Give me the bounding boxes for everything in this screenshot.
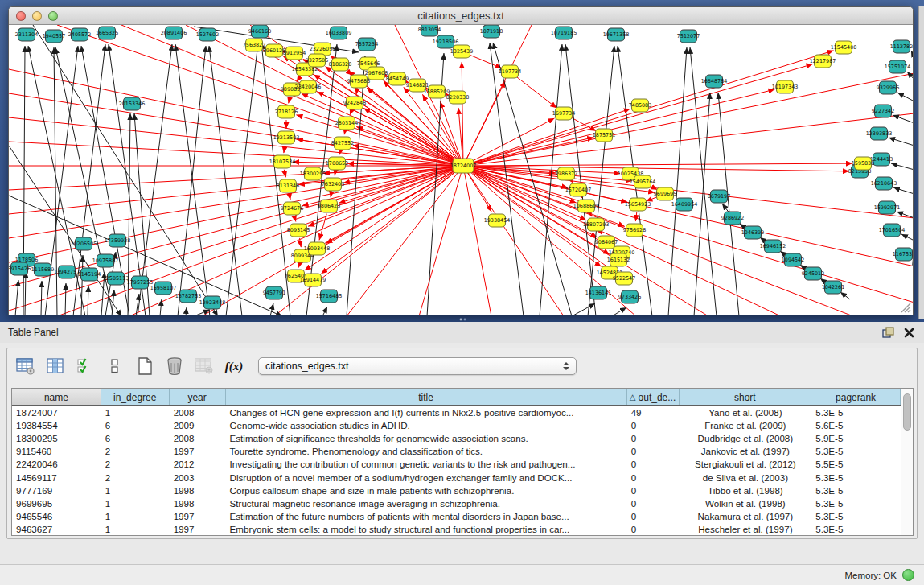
graph-node[interactable]: 15716485 xyxy=(316,290,343,303)
graph-node[interactable]: 10197343 xyxy=(772,80,799,93)
new-column-icon[interactable] xyxy=(134,356,155,377)
graph-node[interactable]: 12393833 xyxy=(866,127,893,140)
window-resize-grip[interactable] xyxy=(898,300,911,313)
row-height-icon[interactable] xyxy=(105,356,125,377)
scrollbar-thumb[interactable] xyxy=(903,393,911,431)
graph-node[interactable]: 1071918 xyxy=(480,25,503,38)
graph-node[interactable]: 1167533 xyxy=(893,248,913,261)
graph-node[interactable]: 1940557 xyxy=(43,30,65,43)
table-row[interactable]: 1872400712008Changes of HCN gene express… xyxy=(12,406,901,418)
table-row[interactable]: 946554611997Estimation of the future num… xyxy=(12,510,901,523)
graph-node[interactable]: 9522547 xyxy=(613,272,635,285)
table-row[interactable]: 977716911998Corpus callosum shape and si… xyxy=(12,484,901,496)
graph-node[interactable]: 2967608 xyxy=(365,67,388,80)
graph-node[interactable]: 12213503 xyxy=(273,131,300,144)
graph-node[interactable]: 7986372 xyxy=(555,167,577,180)
graph-node[interactable]: 9245012 xyxy=(802,267,824,280)
graph-node[interactable]: 15751074 xyxy=(885,60,911,73)
graph-node[interactable]: 16958107 xyxy=(150,282,177,295)
graph-node[interactable]: 7857234 xyxy=(355,38,378,51)
column-header-pagerank[interactable]: pagerank xyxy=(811,389,901,405)
graph-node[interactable]: 17957255 xyxy=(127,276,154,289)
graph-node[interactable]: 1042261 xyxy=(822,281,844,294)
graph-node[interactable]: 9806423 xyxy=(318,200,340,212)
graph-node[interactable]: 7512077 xyxy=(677,30,700,43)
graph-node[interactable]: 1665325 xyxy=(96,27,118,39)
graph-node[interactable]: 8679197 xyxy=(708,190,730,203)
table-row[interactable]: 969969511998Structural magnetic resonanc… xyxy=(12,496,901,509)
vertical-scrollbar[interactable] xyxy=(901,389,913,535)
table-row[interactable]: 1456911722003Disruption of a novel membe… xyxy=(12,471,901,484)
graph-node[interactable]: 20891406 xyxy=(161,27,187,39)
graph-node[interactable]: 9466160 xyxy=(248,25,271,38)
graph-node[interactable]: 1595838 xyxy=(852,157,874,170)
graph-node[interactable]: 9329966 xyxy=(877,81,899,94)
graph-node[interactable]: 16648784 xyxy=(701,75,728,88)
graph-node[interactable]: 2803144 xyxy=(335,117,358,130)
network-window[interactable]: citations_edges.txt 23113041940557240557… xyxy=(8,6,914,315)
graph-node[interactable]: 9699695 xyxy=(654,187,676,200)
graph-node[interactable]: 1615132 xyxy=(607,253,630,266)
graph-node[interactable]: 19338454 xyxy=(484,214,511,227)
graph-node[interactable]: 9756928 xyxy=(623,224,646,237)
delete-table-icon[interactable] xyxy=(194,356,215,377)
graph-node[interactable]: 14136141 xyxy=(585,286,612,299)
delete-column-icon[interactable] xyxy=(164,356,185,377)
column-header-year[interactable]: year xyxy=(170,389,226,405)
graph-node[interactable]: 1527602 xyxy=(196,28,219,41)
network-window-titlebar[interactable]: citations_edges.txt xyxy=(9,7,913,25)
graph-node[interactable]: 12923448 xyxy=(199,296,226,309)
graph-node[interactable]: 10719185 xyxy=(551,27,577,39)
graph-node[interactable]: 18807293 xyxy=(583,218,610,231)
graph-node[interactable]: 1145194 xyxy=(78,268,101,281)
graph-node[interactable]: 15992971 xyxy=(874,201,901,214)
select-rows-icon[interactable] xyxy=(75,356,96,377)
table-row[interactable]: 911546021997Tourette syndrome. Phenomeno… xyxy=(12,445,901,458)
graph-node[interactable]: 11545408 xyxy=(831,41,857,54)
graph-node[interactable]: 1112782 xyxy=(890,40,913,53)
graph-node[interactable]: 10688609 xyxy=(573,200,600,212)
graph-node[interactable]: 9286922 xyxy=(721,212,744,225)
graph-node[interactable]: 9724676 xyxy=(281,202,303,215)
graph-node[interactable]: 17016504 xyxy=(879,224,906,237)
graph-node[interactable]: 9733426 xyxy=(618,290,641,303)
table-selector-dropdown[interactable]: citations_edges.txt xyxy=(258,357,577,375)
graph-node[interactable]: 7485083 xyxy=(629,99,651,112)
graph-node[interactable]: 1115689 xyxy=(31,263,54,276)
graph-node[interactable]: 18724007 xyxy=(450,159,477,173)
graph-node[interactable]: 1094542 xyxy=(782,253,804,266)
graph-node[interactable]: 1875751 xyxy=(593,129,615,142)
table-row[interactable]: 1830029562008Estimation of significance … xyxy=(12,431,901,444)
graph-node[interactable]: 9227342 xyxy=(872,105,894,117)
graph-node[interactable]: 8131346 xyxy=(277,179,299,192)
column-header-in-degree[interactable]: in_degree xyxy=(101,389,170,405)
graph-node[interactable]: 15720407 xyxy=(565,183,592,196)
graph-node[interactable]: 2718126 xyxy=(275,105,298,118)
graph-node[interactable]: 9242848 xyxy=(343,97,366,109)
graph-node[interactable]: 19671358 xyxy=(603,28,630,41)
graph-node[interactable]: 10975887 xyxy=(92,254,119,267)
close-panel-icon[interactable] xyxy=(901,326,916,339)
graph-node[interactable]: 1700652 xyxy=(326,157,348,170)
table-row[interactable]: 1938455462009Genome-wide association stu… xyxy=(12,418,901,431)
graph-node[interactable]: 15654923 xyxy=(625,198,651,211)
column-header-title[interactable]: title xyxy=(226,389,627,405)
function-builder-icon[interactable]: f(x) xyxy=(224,356,244,377)
graph-node[interactable]: 9475685 xyxy=(347,75,370,88)
table-row[interactable]: 946362711997Embryonic stem cells: a mode… xyxy=(12,523,901,535)
column-header-name[interactable]: name xyxy=(12,389,101,405)
network-canvas[interactable]: 2311304194055724055721665325208914061527… xyxy=(9,25,913,315)
graph-node[interactable]: 1046392 xyxy=(741,226,764,239)
graph-node[interactable]: 1697734 xyxy=(552,107,575,120)
graph-node[interactable]: 1325439 xyxy=(450,45,473,58)
table-mode-icon[interactable] xyxy=(15,356,36,377)
graph-node[interactable]: 17359928 xyxy=(105,234,131,247)
graph-node[interactable]: 20153346 xyxy=(119,97,146,110)
show-columns-icon[interactable] xyxy=(45,356,66,377)
graph-node[interactable]: 8220338 xyxy=(446,91,469,104)
graph-node[interactable]: 2311304 xyxy=(15,28,38,41)
graph-node[interactable]: 2405572 xyxy=(68,28,91,41)
graph-node[interactable]: 16409954 xyxy=(671,198,698,211)
column-header-out-de-[interactable]: △out_de... xyxy=(627,389,680,405)
graph-node[interactable]: 3915426 xyxy=(9,262,31,275)
